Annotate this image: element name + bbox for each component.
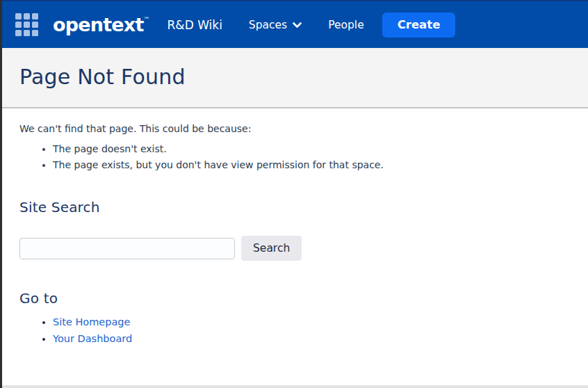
site-title-link[interactable]: R&D Wiki (168, 18, 222, 32)
goto-heading: Go to (19, 290, 571, 307)
opentext-logo-text: opentext (53, 14, 144, 35)
goto-link-list: Site Homepage Your Dashboard (53, 316, 571, 344)
nav-item-spaces-label: Spaces (249, 19, 287, 31)
main-content: We can't find that page. This could be b… (2, 108, 588, 345)
site-search-section: Site Search Search (19, 199, 571, 261)
create-button[interactable]: Create (382, 13, 456, 38)
chevron-down-icon (293, 22, 302, 29)
top-navbar: opentext™ R&D Wiki Spaces People Create (2, 0, 588, 48)
goto-section: Go to Site Homepage Your Dashboard (19, 290, 571, 344)
site-homepage-link[interactable]: Site Homepage (53, 316, 130, 328)
app-switcher-grid-icon[interactable] (15, 13, 38, 36)
list-item: Your Dashboard (53, 333, 571, 345)
error-reason-item: The page doesn't exist. (53, 143, 571, 154)
window-bottom-edge (0, 385, 588, 388)
site-search-heading: Site Search (19, 199, 571, 216)
error-reason-list: The page doesn't exist. The page exists,… (53, 143, 571, 170)
opentext-logo[interactable]: opentext™ (53, 15, 150, 34)
error-reason-item: The page exists, but you don't have view… (53, 159, 571, 170)
nav-item-people[interactable]: People (328, 19, 364, 31)
site-search-input[interactable] (19, 238, 235, 259)
search-form-row: Search (19, 236, 571, 261)
error-intro-text: We can't find that page. This could be b… (19, 123, 571, 134)
page-header-band: Page Not Found (2, 48, 588, 108)
page-title: Page Not Found (19, 65, 571, 89)
search-button[interactable]: Search (241, 236, 302, 261)
list-item: Site Homepage (53, 316, 571, 328)
trademark-symbol: ™ (144, 16, 150, 23)
nav-item-spaces[interactable]: Spaces (249, 19, 302, 31)
your-dashboard-link[interactable]: Your Dashboard (53, 333, 132, 344)
